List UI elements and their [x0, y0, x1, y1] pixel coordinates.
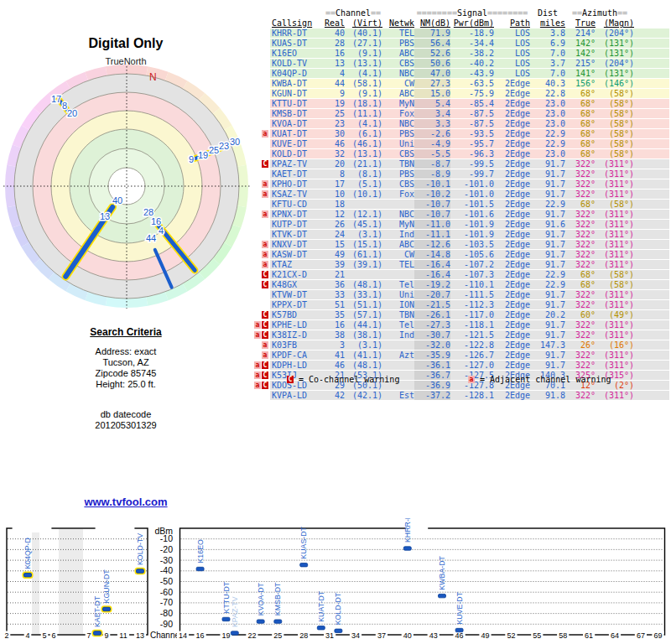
cell-magn: (58°) [596, 89, 634, 98]
adjacent-channel-icon: a [262, 241, 268, 248]
cell-true: 68° [565, 139, 596, 148]
warning-badges: a [252, 179, 270, 189]
station-table: ==Channel== ========Signal======== Dist … [252, 8, 669, 401]
cell-path: 2Edge [494, 280, 530, 289]
warning-badges [252, 49, 270, 58]
cell-real: 30 [324, 129, 345, 138]
cell-nm: -10.1 [414, 179, 450, 189]
warning-badges: a [252, 260, 270, 269]
cell-real: 49 [324, 250, 345, 259]
cell-path: 2Edge [494, 351, 530, 360]
vhf-gap-bands [32, 529, 83, 634]
chart-label: -10 [160, 533, 173, 543]
station-marker: KWBA-DT [438, 555, 446, 597]
cell-virt: (18.1) [345, 99, 382, 108]
cell-real: 21 [324, 270, 345, 279]
cell-nm: -30.7 [414, 330, 450, 340]
table-row: aKSAZ-TV10(10.1)Fox-10.2-101.02Edge91.73… [252, 190, 669, 199]
cell-virt: (3.1) [345, 340, 382, 350]
warning-badges: a [252, 351, 270, 360]
datecode-value: 201205301329 [0, 420, 252, 431]
cell-true: 26° [565, 340, 596, 350]
cell-netwk: Uni [382, 290, 414, 299]
cell-path: 2Edge [494, 179, 530, 189]
cell-path: 2Edge [494, 139, 530, 148]
table-row: CK48GX36(48.1)Tel-19.2-110.12Edge22.968°… [252, 280, 669, 289]
station-marker: KOLD-TV [136, 533, 145, 574]
warning-badges: a [252, 240, 270, 249]
cell-real: 16 [324, 320, 345, 330]
co-channel-icon: C [262, 331, 268, 339]
cell-callsign: KASW-DT [270, 250, 324, 259]
cell-callsign: KPAZ-TV [270, 159, 324, 169]
cell-miles: 91.7 [530, 159, 565, 169]
cell-path: 2Edge [494, 300, 530, 309]
cell-nm: -36.1 [414, 361, 450, 370]
channel-tick-label: 43 [429, 631, 438, 640]
cell-true: 322° [565, 260, 596, 269]
column-header: Netwk [382, 18, 414, 28]
cell-callsign: KDPH-LD [270, 361, 324, 370]
cell-netwk: CBS [382, 149, 414, 158]
station-marker-label: KHRR-DT [403, 518, 412, 543]
cell-netwk: ABC [382, 240, 414, 249]
cell-pwr: -40.2 [450, 59, 494, 68]
cell-path: 2Edge [494, 290, 530, 299]
cell-real: 18 [324, 200, 345, 209]
cell-real: 51 [324, 300, 345, 309]
cell-true: 141° [565, 69, 596, 78]
cell-path: 2Edge [494, 190, 530, 199]
cell-magn: (58°) [596, 119, 634, 128]
cell-callsign: K21CX-D [270, 270, 324, 279]
cell-path: 2Edge [494, 340, 530, 350]
cell-netwk: NBC [382, 69, 414, 78]
station-marker: KPAZ-TV [231, 596, 239, 635]
table-row: aKPNX-DT12(12.1)NBC-10.7-101.62Edge91.73… [252, 210, 669, 219]
radar-channel-label: 17 [51, 94, 61, 104]
cell-virt: (11.1) [345, 109, 382, 118]
cell-true: 68° [565, 270, 596, 279]
group-header-azimuth: Azimuth [582, 8, 617, 18]
cell-miles: 91.7 [530, 320, 565, 330]
cell-true: 68° [565, 89, 596, 98]
cell-nm: 47.0 [414, 69, 450, 78]
cell-miles: 3.8 [530, 29, 565, 38]
cell-magn: (311°) [596, 230, 634, 239]
chart-label: -50 [160, 576, 173, 586]
cell-nm: -27.3 [414, 320, 450, 330]
station-marker: K04QP-D [23, 538, 33, 578]
cell-path: 2Edge [494, 159, 530, 169]
cell-miles: 23.0 [530, 149, 565, 158]
cell-magn: (204°) [596, 29, 634, 38]
table-row: KVPA-LD42(42.1)Est-37.2-128.12Edge91.832… [252, 391, 669, 400]
cell-netwk: Est [382, 391, 414, 400]
cell-miles: 91.7 [530, 169, 565, 179]
adjacent-channel-icon: a [262, 210, 268, 218]
cell-callsign: KHRR-DT [270, 29, 324, 38]
cell-netwk: NBC [382, 210, 414, 219]
cell-pwr: -118.1 [450, 320, 494, 330]
cell-true: 322° [565, 300, 596, 309]
cell-callsign: KTVW-DT [270, 290, 324, 299]
cell-real: 19 [324, 99, 345, 108]
radar-channel-label: 20 [67, 108, 77, 118]
cell-real: 20 [324, 159, 345, 169]
cell-callsign: KPHE-LD [270, 320, 324, 330]
cell-callsign: KNXV-DT [270, 240, 324, 249]
cell-netwk: CW [382, 250, 414, 259]
tvfool-link[interactable]: www.tvfool.com [84, 496, 167, 508]
cell-netwk: CBS [382, 59, 414, 68]
cell-magn: (58°) [596, 149, 634, 158]
cell-true: 322° [565, 391, 596, 400]
cell-virt [345, 200, 382, 209]
table-row: KUVE-DT46(46.1)Uni-4.9-95.72Edge22.968°(… [252, 139, 669, 148]
adjacent-channel-icon: a [262, 351, 268, 359]
station-marker-label: KTTU-DT [222, 581, 231, 613]
station-marker: KOLD-DT [334, 592, 342, 632]
cell-true: 322° [565, 179, 596, 189]
cell-magn: (311°) [596, 169, 634, 179]
cell-virt: (33.1) [345, 290, 382, 299]
cell-virt: (4.1) [345, 119, 382, 128]
cell-virt: (13.1) [345, 59, 382, 68]
cell-magn: (58°) [596, 109, 634, 118]
